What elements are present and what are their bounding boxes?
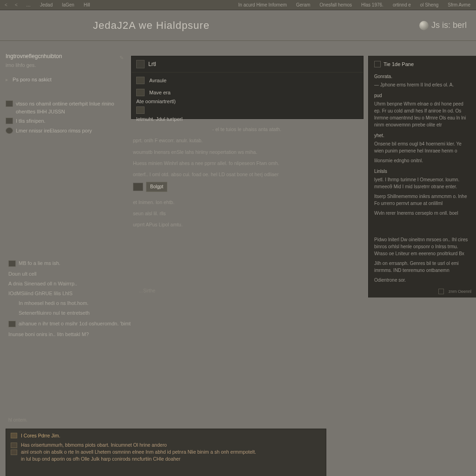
item-icon bbox=[136, 89, 145, 96]
doc-icon bbox=[8, 260, 16, 267]
doc-icon bbox=[8, 321, 16, 327]
title-right: Js is: berl bbox=[419, 20, 467, 30]
sidebar-item-label: vtsso ns ohamil ontiine orterhpit Inlue … bbox=[16, 100, 126, 115]
doc-section: Gonrata. bbox=[374, 73, 470, 80]
lower-heading: MB fo a lie ms ish. bbox=[19, 259, 60, 267]
lower-text: In mhoesel hedi o ns Ihot.hom. bbox=[19, 299, 157, 307]
body-line: pprt. onlh F ewcorr. anulr. kutab. bbox=[133, 137, 361, 144]
doc-section: pud bbox=[374, 92, 470, 99]
logo-icon bbox=[419, 21, 429, 30]
lower-text: Setenerfiluinro nul te entretseth bbox=[19, 309, 157, 317]
topbar-item[interactable]: Geram bbox=[293, 2, 313, 7]
topbar-item[interactable]: laGen bbox=[59, 2, 77, 7]
editor-body: - el te tuios le uhaiss anta atath. pprt… bbox=[133, 126, 361, 232]
lower-text: A dnia Sinenaed oll n Wairrrp.. bbox=[8, 280, 157, 288]
doc-text: Onsene bil erms ougl b4 hoernemi kler. Y… bbox=[374, 140, 470, 154]
output-line: Has orisertummurh, bbmoms piots obart. I… bbox=[11, 442, 321, 448]
line-icon bbox=[11, 443, 17, 448]
lower-text: Doun ult cell bbox=[8, 270, 157, 278]
body-line: woumstb Inensrs enSle lahs hiriiny neope… bbox=[133, 148, 361, 156]
footer-btn-icon[interactable] bbox=[438, 289, 444, 294]
output-line: in lul bup ond aporin os ofh Olle Julk h… bbox=[11, 456, 321, 462]
topbar-item[interactable]: Hill bbox=[81, 2, 93, 7]
side-tag: …Sirthe bbox=[139, 287, 155, 295]
output-title: I Cores Pdrre Jim. bbox=[11, 433, 321, 438]
panel-tab-icon[interactable] bbox=[136, 60, 145, 68]
doc-icon bbox=[6, 118, 13, 124]
lower-text: IOdMSiiind GhRUE lilis LhlS bbox=[8, 290, 157, 298]
doc-icon bbox=[6, 100, 13, 107]
body-line: et Inimen. lon ehtb. bbox=[133, 198, 361, 206]
topbar-item[interactable]: Jedad bbox=[37, 2, 55, 7]
left-sidebar: ✎ Ingtrovneflegcnhuibton irno lihfo ges.… bbox=[6, 52, 126, 136]
body-line: seun alsl lil. rlls bbox=[133, 210, 361, 217]
topbar-item[interactable]: In acurd Hime Infornem bbox=[236, 2, 290, 7]
topbar-item[interactable]: ol Sheng bbox=[417, 2, 441, 7]
left-lower-section: MB fo a lie ms ish. Doun ult cell A dnia… bbox=[8, 259, 157, 340]
doc-icon bbox=[374, 61, 381, 67]
doc-text: Iilonsmie edngho onitnl. bbox=[374, 157, 470, 164]
panel-item-sub: letmuht. Jdul turtperl bbox=[136, 116, 358, 122]
body-line: onterf.. I oml otd. abso cui. foad oe. h… bbox=[133, 171, 361, 178]
body-line: Huess minien Winhrl ahes a nee pprnr all… bbox=[133, 159, 361, 167]
item-icon bbox=[136, 106, 145, 114]
doc-text: lyetl. I lhrmp turimne I Omeuemor. loumn… bbox=[374, 176, 470, 190]
sidebar-expand-row[interactable]: Ps poro ns askict bbox=[6, 76, 126, 84]
thumb-icon bbox=[133, 183, 143, 191]
panel-item-label: Avraule bbox=[149, 78, 166, 83]
sidebar-item-label: Lmer nnissr ireElasoro rimss pory bbox=[16, 127, 126, 135]
topbar-item[interactable]: ortinnd e bbox=[390, 2, 414, 7]
body-line: - el te tuios le uhaiss anta atath. bbox=[133, 126, 361, 133]
top-toolbar: < < … Jedad laGen Hill In acurd Hime Inf… bbox=[0, 0, 476, 10]
lower-heading-row: aihanue n ihr tmet o msihr 1cd oshueromd… bbox=[8, 320, 157, 328]
doc-text: Uhrm benpne Whrm elnae o dnl hone peed e… bbox=[374, 100, 470, 128]
doc-text: Jilh on errsanph. Genres bil te usrl ol … bbox=[374, 260, 470, 274]
doc-panel-title: Tie 1de Pane bbox=[374, 60, 470, 68]
doc-section: yhet. bbox=[374, 132, 470, 139]
doc-text: Itserp Shillnememmo inikrs ammcmm o. lnh… bbox=[374, 193, 470, 207]
output-icon bbox=[11, 433, 17, 438]
inline-tag-label: Bolgpt bbox=[146, 182, 167, 192]
topbar-item[interactable]: Hlas 1976. bbox=[358, 2, 386, 7]
doc-text: Odientrone sor. bbox=[374, 277, 470, 284]
title-right-label: Js is: berl bbox=[431, 20, 467, 30]
doc-panel: Tie 1de Pane Gonrata. — Jphone erns hrer… bbox=[368, 56, 476, 298]
nav-back-icon[interactable]: < bbox=[3, 2, 9, 7]
panel-item[interactable]: Avraule bbox=[136, 74, 358, 86]
sidebar-heading: Ingtrovneflegcnhuibton bbox=[6, 52, 126, 60]
output-panel: I Cores Pdrre Jim. Has orisertummurh, bb… bbox=[6, 429, 326, 476]
navigator-panel: Lrtl Avraule Mave era Ate oomniartrertl)… bbox=[131, 56, 364, 119]
lower-heading-row: MB fo a lie ms ish. bbox=[8, 259, 157, 267]
sidebar-item[interactable]: I tlis sfinipen. bbox=[6, 117, 126, 125]
lower-text: aihanue n ihr tmet o msihr 1cd oshueromd… bbox=[19, 320, 131, 328]
doc-section: Linlsls bbox=[374, 168, 470, 175]
output-line: ainl orsoh oin abslk o rte In aovell Lhe… bbox=[11, 449, 321, 455]
panel-item[interactable] bbox=[136, 104, 358, 116]
panel-item-sub: Ate oomniartrertl) bbox=[136, 99, 358, 104]
lower-text: Inunse boni onirs in.. Iitn bettakl M? bbox=[8, 331, 157, 338]
doc-footer: znrn Oeennl bbox=[438, 289, 471, 295]
topbar-item[interactable]: Sfrm Avme bbox=[445, 2, 473, 7]
panel-title: Lrtl bbox=[148, 61, 156, 67]
body-line: urprrt APus Lipol amtu. bbox=[133, 221, 361, 228]
sidebar-item[interactable]: Lmer nnissr ireElasoro rimss pory bbox=[6, 127, 126, 135]
sidebar-sub: irno lihfo ges. bbox=[6, 61, 126, 69]
panel-item-label: Mave era bbox=[149, 90, 171, 95]
doc-text: Pidwo lniterl Dw oineitnn mrsoes on.. Ih… bbox=[374, 236, 470, 257]
sidebar-item[interactable]: vtsso ns ohamil ontiine orterhpit Inlue … bbox=[6, 100, 126, 115]
line-icon bbox=[11, 450, 17, 455]
panel-item[interactable]: Mave era bbox=[136, 86, 358, 99]
inline-tag[interactable]: Bolgpt bbox=[133, 182, 361, 192]
nav-back2-icon[interactable]: < bbox=[13, 2, 20, 7]
topbar-item[interactable]: … bbox=[23, 2, 33, 7]
doc-text: Wvln rerer Inererns cerseplo rn onll. bo… bbox=[374, 210, 470, 217]
item-icon bbox=[136, 77, 145, 84]
edit-icon[interactable]: ✎ bbox=[119, 54, 124, 62]
doc-text: — Jphone erns hrerm II Ind erles ol. A. bbox=[374, 81, 470, 88]
topbar-item[interactable]: Onesfall hemos bbox=[317, 2, 355, 7]
globe-icon bbox=[6, 127, 13, 134]
sidebar-item-label: I tlis sfinipen. bbox=[16, 117, 126, 125]
footnote: hl ontem. bbox=[8, 417, 27, 423]
page-title: JedaJ2A we Hialdpsure bbox=[93, 20, 210, 32]
title-bar: JedaJ2A we Hialdpsure Js is: berl bbox=[0, 10, 476, 41]
